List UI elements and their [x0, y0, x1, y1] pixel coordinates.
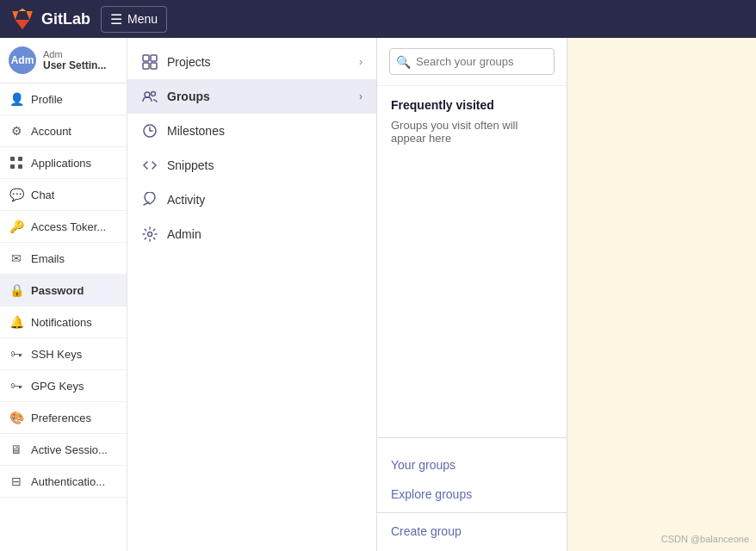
preferences-icon: 🎨 [9, 410, 24, 425]
dropdown-label-milestones: Milestones [167, 124, 363, 138]
sidebar-label-access-tokens: Access Toker... [31, 220, 106, 233]
milestones-icon [141, 122, 158, 139]
dropdown-item-projects[interactable]: Projects › [127, 45, 376, 79]
emails-icon: ✉ [9, 251, 24, 266]
avatar: Adm [9, 46, 36, 74]
flyout-divider-2 [377, 512, 567, 513]
sidebar-item-notifications[interactable]: 🔔 Notifications [0, 306, 127, 338]
password-icon: 🔒 [9, 282, 24, 298]
flyout-search-container: 🔍 [377, 38, 567, 86]
sidebar-label-authentication: Authenticatio... [31, 475, 105, 488]
topbar: GitLab ☰ Menu [0, 0, 756, 38]
flyout-divider-1 [377, 437, 567, 438]
dropdown-item-activity[interactable]: Activity [127, 183, 376, 217]
account-icon: ⚙ [9, 123, 24, 139]
sidebar-item-emails[interactable]: ✉ Emails [0, 243, 127, 275]
search-wrapper: 🔍 [389, 48, 555, 75]
create-group-link[interactable]: Create group [377, 517, 567, 546]
explore-groups-link[interactable]: Explore groups [377, 480, 567, 509]
svg-point-11 [148, 232, 152, 237]
dropdown-item-admin[interactable]: Admin [127, 217, 376, 251]
sidebar-item-chat[interactable]: 💬 Chat [0, 179, 127, 211]
sidebar-item-access-tokens[interactable]: 🔑 Access Toker... [0, 211, 127, 243]
sidebar-item-password[interactable]: 🔒 Password [0, 275, 127, 306]
dropdown-label-groups: Groups [167, 90, 350, 103]
app-title: GitLab [41, 10, 90, 28]
sidebar-label-chat: Chat [31, 189, 54, 201]
dropdown-item-milestones[interactable]: Milestones [127, 114, 376, 148]
gpg-icon: 🗝 [9, 378, 24, 393]
authentication-icon: ⊟ [9, 474, 24, 489]
dropdown-label-projects: Projects [167, 55, 350, 69]
watermark: CSDN @balanceone [661, 534, 749, 544]
svg-rect-0 [10, 157, 15, 161]
admin-icon [141, 226, 158, 243]
sidebar-user[interactable]: Adm Adm User Settin... [0, 38, 127, 84]
sidebar-label-ssh: SSH Keys [31, 348, 82, 361]
svg-point-8 [145, 92, 150, 97]
sidebar-label-active-sessions: Active Sessio... [31, 443, 108, 456]
access-token-icon: 🔑 [9, 219, 24, 234]
sidebar-item-preferences[interactable]: 🎨 Preferences [0, 402, 127, 434]
sidebar-item-authentication[interactable]: ⊟ Authenticatio... [0, 466, 127, 498]
search-groups-input[interactable] [389, 48, 555, 75]
hamburger-icon: ☰ [110, 11, 122, 28]
main-layout: Adm Adm User Settin... 👤 Profile ⚙ Accou… [0, 38, 756, 551]
svg-rect-6 [143, 63, 149, 69]
user-info: Adm User Settin... [43, 49, 106, 71]
user-name: Adm [43, 49, 106, 59]
dropdown-item-snippets[interactable]: Snippets [127, 148, 376, 183]
user-settings-label: User Settin... [43, 59, 106, 71]
sidebar-label-profile: Profile [31, 93, 63, 106]
sidebar-label-gpg: GPG Keys [31, 380, 84, 393]
dropdown-label-snippets: Snippets [167, 158, 363, 172]
profile-icon: 👤 [9, 91, 24, 107]
dropdown-label-activity: Activity [167, 193, 363, 207]
activity-icon [141, 191, 158, 208]
svg-rect-4 [143, 55, 149, 61]
sidebar-item-applications[interactable]: Applications [0, 147, 127, 179]
menu-button[interactable]: ☰ Menu [101, 6, 167, 33]
sidebar-label-notifications: Notifications [31, 316, 92, 329]
svg-rect-1 [18, 157, 22, 161]
groups-arrow-icon: › [359, 90, 363, 102]
flyout-links: Your groups Explore groups Create group [377, 445, 567, 551]
sidebar-item-account[interactable]: ⚙ Account [0, 115, 127, 147]
sidebar-item-gpg-keys[interactable]: 🗝 GPG Keys [0, 370, 127, 402]
dropdown-label-admin: Admin [167, 227, 363, 241]
active-sessions-icon: 🖥 [9, 442, 24, 457]
your-groups-link[interactable]: Your groups [377, 450, 567, 480]
sidebar-item-profile[interactable]: 👤 Profile [0, 84, 127, 115]
dropdown-item-groups[interactable]: Groups › [127, 79, 376, 114]
sidebar-label-emails: Emails [31, 252, 65, 265]
sidebar-label-applications: Applications [31, 157, 91, 170]
search-icon: 🔍 [396, 55, 411, 69]
svg-rect-3 [18, 164, 22, 169]
applications-icon [9, 155, 24, 170]
menu-label: Menu [127, 12, 158, 26]
sidebar-label-password: Password [31, 284, 84, 297]
ssh-icon: 🗝 [9, 346, 24, 362]
projects-icon [141, 53, 158, 71]
right-panel [567, 38, 757, 551]
logo[interactable]: GitLab [10, 7, 90, 31]
chat-icon: 💬 [9, 187, 24, 202]
snippets-icon [141, 157, 158, 174]
sidebar-item-ssh-keys[interactable]: 🗝 SSH Keys [0, 338, 127, 370]
sidebar: Adm Adm User Settin... 👤 Profile ⚙ Accou… [0, 38, 127, 551]
svg-rect-7 [151, 63, 157, 69]
notifications-icon: 🔔 [9, 314, 24, 330]
sidebar-label-preferences: Preferences [31, 412, 91, 424]
flyout-groups-panel: 🔍 Frequently visited Groups you visit of… [377, 38, 567, 551]
frequently-visited-section: Frequently visited Groups you visit ofte… [377, 86, 567, 150]
svg-point-9 [152, 92, 156, 96]
projects-arrow-icon: › [359, 56, 363, 68]
gitlab-logo-icon [10, 7, 34, 31]
sidebar-item-active-sessions[interactable]: 🖥 Active Sessio... [0, 434, 127, 466]
frequently-visited-title: Frequently visited [391, 98, 553, 112]
groups-icon [141, 88, 158, 105]
svg-rect-2 [10, 164, 15, 169]
dropdown-menu: Projects › Groups › Milest [127, 38, 377, 551]
sidebar-label-account: Account [31, 125, 71, 138]
svg-rect-5 [151, 55, 157, 61]
